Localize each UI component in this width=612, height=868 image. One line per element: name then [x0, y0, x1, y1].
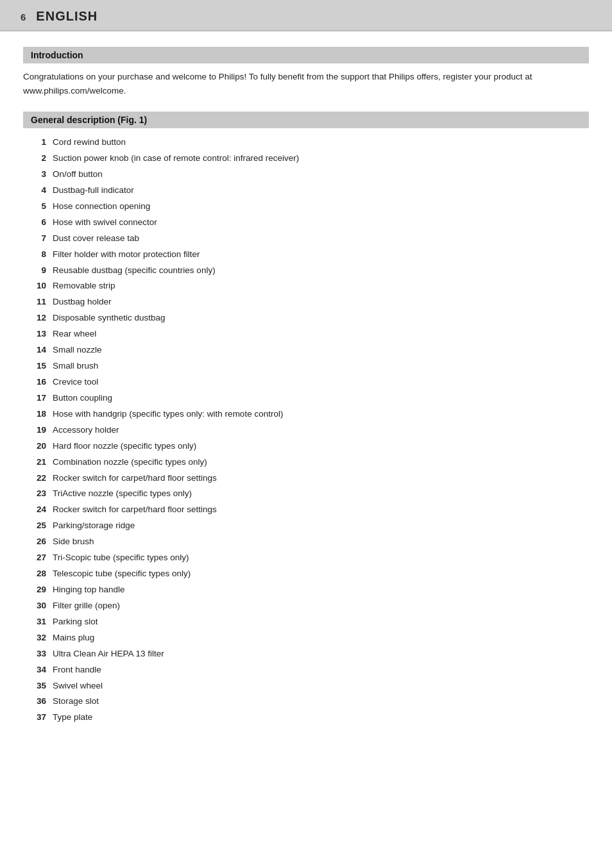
item-label: Crevice tool: [53, 376, 589, 389]
item-label: Accessory holder: [53, 424, 589, 437]
list-item: 23TriActive nozzle (specific types only): [23, 486, 589, 502]
item-label: Small nozzle: [53, 344, 589, 357]
item-label: Dustbag holder: [53, 296, 589, 309]
item-number: 24: [23, 503, 46, 517]
item-number: 34: [23, 664, 46, 677]
list-item: 30Filter grille (open): [23, 598, 589, 614]
list-item: 6Hose with swivel connector: [23, 215, 589, 231]
list-item: 18Hose with handgrip (specific types onl…: [23, 406, 589, 422]
item-number: 3: [23, 168, 46, 181]
item-label: Dust cover release tab: [53, 232, 589, 246]
list-item: 37Type plate: [23, 710, 589, 726]
list-item: 13Rear wheel: [23, 326, 589, 342]
item-label: Rocker switch for carpet/hard floor sett…: [53, 503, 589, 517]
item-number: 7: [23, 232, 46, 246]
item-label: Tri-Scopic tube (specific types only): [53, 551, 589, 565]
item-label: Combination nozzle (specific types only): [53, 456, 589, 469]
item-number: 16: [23, 376, 46, 389]
item-label: On/off button: [53, 168, 589, 181]
item-number: 35: [23, 680, 46, 693]
item-number: 4: [23, 184, 46, 197]
item-label: Removable strip: [53, 280, 589, 293]
item-label: Front handle: [53, 664, 589, 677]
item-number: 19: [23, 424, 46, 437]
item-number: 2: [23, 152, 46, 165]
item-label: Button coupling: [53, 392, 589, 405]
list-item: 16Crevice tool: [23, 374, 589, 390]
item-number: 30: [23, 599, 46, 613]
list-item: 34Front handle: [23, 662, 589, 678]
item-label: Rear wheel: [53, 328, 589, 341]
introduction-section-header: Introduction: [23, 47, 589, 63]
list-item: 15Small brush: [23, 358, 589, 374]
item-label: Swivel wheel: [53, 680, 589, 693]
list-item: 27Tri-Scopic tube (specific types only): [23, 550, 589, 566]
list-item: 35Swivel wheel: [23, 678, 589, 694]
item-number: 33: [23, 647, 46, 661]
list-item: 20Hard floor nozzle (specific types only…: [23, 438, 589, 455]
item-number: 20: [23, 440, 46, 453]
item-number: 8: [23, 248, 46, 262]
list-item: 14Small nozzle: [23, 342, 589, 358]
item-number: 5: [23, 200, 46, 213]
item-label: Hose with handgrip (specific types only:…: [53, 408, 589, 421]
item-number: 15: [23, 360, 46, 373]
item-number: 25: [23, 519, 46, 533]
item-label: Disposable synthetic dustbag: [53, 312, 589, 325]
list-item: 17Button coupling: [23, 390, 589, 406]
list-item: 21Combination nozzle (specific types onl…: [23, 455, 589, 471]
list-item: 2Suction power knob (in case of remote c…: [23, 151, 589, 167]
list-item: 9Reusable dustbag (specific countries on…: [23, 263, 589, 279]
item-label: Storage slot: [53, 695, 589, 708]
item-label: Dustbag-full indicator: [53, 184, 589, 197]
item-number: 11: [23, 296, 46, 309]
item-label: Parking/storage ridge: [53, 519, 589, 533]
item-number: 9: [23, 264, 46, 278]
list-item: 10Removable strip: [23, 278, 589, 294]
page-number: 6: [21, 12, 26, 22]
item-number: 14: [23, 344, 46, 357]
item-label: Reusable dustbag (specific countries onl…: [53, 264, 589, 278]
item-number: 12: [23, 312, 46, 325]
item-label: Hinging top handle: [53, 583, 589, 597]
list-item: 3On/off button: [23, 167, 589, 183]
introduction-text: Congratulations on your purchase and wel…: [23, 70, 589, 97]
list-item: 25Parking/storage ridge: [23, 518, 589, 534]
item-label: Small brush: [53, 360, 589, 373]
list-item: 32Mains plug: [23, 630, 589, 646]
list-item: 26Side brush: [23, 534, 589, 550]
list-item: 5Hose connection opening: [23, 199, 589, 215]
item-number: 1: [23, 136, 46, 149]
item-label: Rocker switch for carpet/hard floor sett…: [53, 472, 589, 485]
item-number: 36: [23, 695, 46, 708]
list-item: 36Storage slot: [23, 694, 589, 710]
list-item: 22Rocker switch for carpet/hard floor se…: [23, 471, 589, 487]
item-number: 18: [23, 408, 46, 421]
general-description-section-header: General description (Fig. 1): [23, 112, 589, 128]
item-number: 26: [23, 535, 46, 549]
item-number: 22: [23, 472, 46, 485]
item-label: Filter grille (open): [53, 599, 589, 613]
page-body: Introduction Congratulations on your pur…: [0, 31, 612, 745]
item-number: 13: [23, 328, 46, 341]
item-label: Cord rewind button: [53, 136, 589, 149]
list-item: 11Dustbag holder: [23, 294, 589, 310]
item-number: 6: [23, 216, 46, 230]
page-header: 6 ENGLISH: [0, 0, 612, 31]
list-item: 7Dust cover release tab: [23, 231, 589, 247]
list-item: 4Dustbag-full indicator: [23, 183, 589, 199]
item-label: Type plate: [53, 711, 589, 724]
list-item: 31Parking slot: [23, 614, 589, 630]
item-number: 32: [23, 631, 46, 645]
item-label: Side brush: [53, 535, 589, 549]
list-item: 28Telescopic tube (specific types only): [23, 566, 589, 582]
page: 6 ENGLISH Introduction Congratulations o…: [0, 0, 612, 868]
item-label: Mains plug: [53, 631, 589, 645]
item-label: Hose with swivel connector: [53, 216, 589, 230]
item-number: 29: [23, 583, 46, 597]
list-item: 29Hinging top handle: [23, 582, 589, 598]
page-language: ENGLISH: [36, 9, 98, 24]
item-label: Hard floor nozzle (specific types only): [53, 440, 589, 453]
list-item: 19Accessory holder: [23, 422, 589, 438]
item-label: Filter holder with motor protection filt…: [53, 248, 589, 262]
